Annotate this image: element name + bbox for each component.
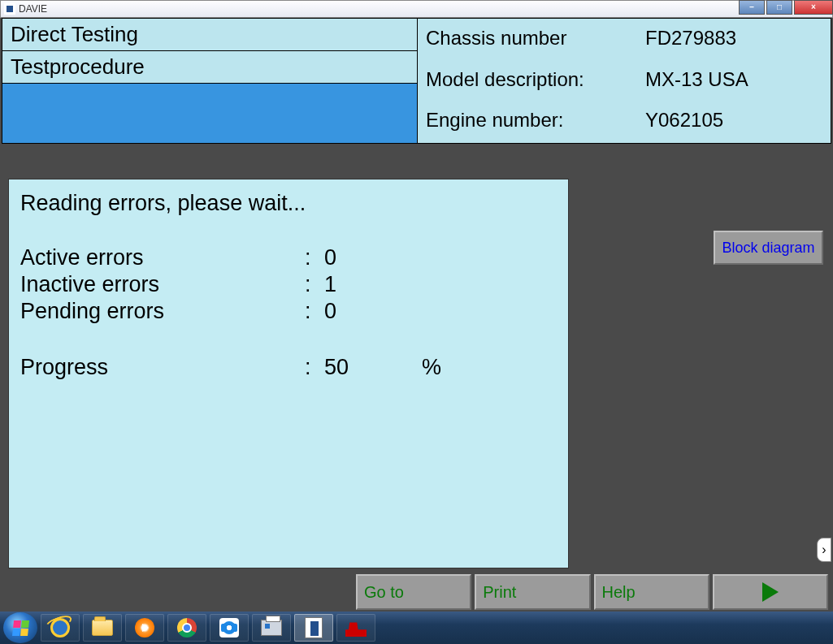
app-icon: [4, 3, 15, 15]
goto-button[interactable]: Go to: [356, 574, 471, 610]
taskbar-internet-explorer[interactable]: [41, 614, 80, 642]
active-errors-label: Active errors: [20, 245, 305, 270]
progress-unit: %: [422, 355, 441, 380]
status-panel: Reading errors, please wait... Active er…: [8, 179, 569, 568]
navigation-panel: Direct Testing Testprocedure: [2, 18, 418, 144]
titlebar: DAVIE – □ ×: [0, 0, 833, 18]
inactive-errors-label: Inactive errors: [20, 272, 305, 297]
chevron-right-icon: ›: [822, 542, 826, 557]
model-description-value: MX-13 USA: [645, 63, 822, 96]
folder-icon: [92, 620, 113, 636]
start-button[interactable]: [3, 612, 37, 643]
taskbar-file-explorer[interactable]: [83, 614, 122, 642]
windows-logo-icon: [12, 620, 29, 636]
media-player-icon: [135, 618, 154, 638]
taskbar-printer-app[interactable]: [252, 614, 291, 642]
progress-value: 50: [324, 355, 422, 380]
progress-row: Progress : 50 %: [20, 355, 557, 380]
inactive-errors-value: 1: [324, 272, 422, 297]
chassis-number-label: Chassis number: [426, 22, 645, 54]
footer-buttons: Go to Print Help: [356, 574, 828, 610]
pending-errors-row: Pending errors : 0: [20, 299, 557, 324]
header-area: Direct Testing Testprocedure Chassis num…: [2, 18, 831, 144]
model-description-label: Model description:: [426, 63, 645, 96]
status-title: Reading errors, please wait...: [20, 191, 557, 216]
side-expand-tab[interactable]: ›: [817, 538, 831, 562]
truck-icon: [345, 619, 367, 637]
selected-procedure-slot[interactable]: [2, 84, 417, 143]
continue-button[interactable]: [713, 574, 828, 610]
chrome-icon: [177, 618, 197, 638]
help-button[interactable]: Help: [594, 574, 709, 610]
close-button[interactable]: ×: [794, 0, 833, 15]
davie-app-icon: [305, 617, 323, 638]
inactive-errors-row: Inactive errors : 1: [20, 272, 557, 297]
chassis-number-value: FD279883: [645, 22, 822, 54]
active-errors-value: 0: [324, 245, 422, 270]
pending-errors-value: 0: [324, 299, 422, 324]
block-diagram-button[interactable]: Block diagram: [714, 231, 823, 265]
taskbar-teamviewer[interactable]: [210, 614, 249, 642]
direct-testing-heading: Direct Testing: [2, 19, 417, 51]
taskbar: [0, 612, 833, 644]
active-errors-row: Active errors : 0: [20, 245, 557, 270]
ie-icon: [50, 618, 70, 638]
content-area: Direct Testing Testprocedure Chassis num…: [0, 18, 833, 612]
engine-number-label: Engine number:: [426, 104, 645, 136]
taskbar-truck-app[interactable]: [336, 614, 375, 642]
testprocedure-heading: Testprocedure: [2, 51, 417, 84]
progress-label: Progress: [20, 355, 305, 380]
vehicle-info-panel: Chassis number FD279883 Model descriptio…: [418, 18, 831, 144]
taskbar-media-player[interactable]: [125, 614, 164, 642]
printer-icon: [261, 620, 282, 636]
window-title: DAVIE: [19, 3, 47, 15]
app-window: DAVIE – □ × Direct Testing Testprocedure…: [0, 0, 833, 644]
teamviewer-icon: [219, 618, 239, 638]
taskbar-davie-app[interactable]: [294, 614, 333, 642]
engine-number-value: Y062105: [645, 104, 822, 136]
taskbar-chrome[interactable]: [167, 614, 206, 642]
print-button[interactable]: Print: [475, 574, 590, 610]
pending-errors-label: Pending errors: [20, 299, 305, 324]
main-area: Reading errors, please wait... Active er…: [2, 162, 831, 571]
window-controls: – □ ×: [737, 0, 833, 15]
maximize-button[interactable]: □: [766, 0, 792, 15]
minimize-button[interactable]: –: [739, 0, 765, 15]
play-icon: [762, 582, 779, 602]
